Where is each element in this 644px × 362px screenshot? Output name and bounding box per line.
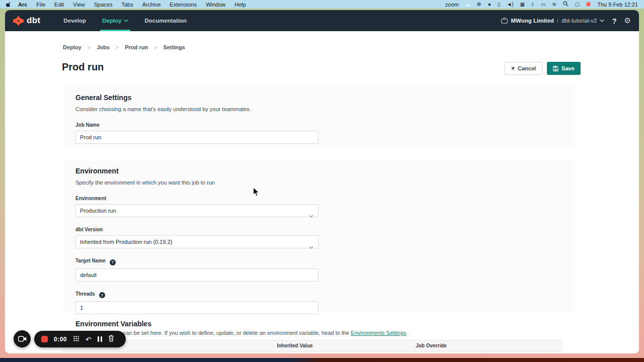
save-floppy-icon xyxy=(553,66,558,71)
browser-window: dbt Develop Deploy Documentation MWong L… xyxy=(5,10,639,353)
chevron-down-icon xyxy=(309,241,313,253)
undo-icon[interactable]: ↶ xyxy=(86,336,92,343)
pause-button[interactable] xyxy=(98,336,102,342)
recorder-toolbar: 0:00 ↶ xyxy=(34,331,126,347)
recording-indicator-icon[interactable] xyxy=(586,2,591,7)
menubar-item-help[interactable]: Help xyxy=(230,2,251,8)
menubar-item-arc[interactable]: Arc xyxy=(14,2,32,8)
threads-label-text: Threads xyxy=(75,291,95,297)
account-switcher[interactable]: MWong Limited / dbt-tutorial-v2 xyxy=(501,18,604,24)
menubar-item-tabs[interactable]: Tabs xyxy=(117,2,137,8)
environment-heading: Environment xyxy=(75,167,562,175)
breadcrumb-separator: > xyxy=(154,44,157,50)
breadcrumb-deploy[interactable]: Deploy xyxy=(63,44,82,50)
env-vars-table-header: Inherited Value Job Override xyxy=(63,340,562,352)
job-name-input[interactable] xyxy=(75,131,318,144)
environment-select-value: Production run xyxy=(80,208,116,214)
menubar-item-file[interactable]: File xyxy=(32,2,50,8)
mouse-cursor xyxy=(253,187,260,199)
close-x-icon: × xyxy=(511,65,515,72)
help-tooltip-icon[interactable]: ? xyxy=(110,259,116,265)
battery-icon[interactable]: ▭ xyxy=(541,0,545,9)
menubar-item-spaces[interactable]: Spaces xyxy=(90,2,117,8)
environment-select[interactable]: Production run xyxy=(75,204,318,217)
page-content: Deploy > Jobs > Prod run > Settings Prod… xyxy=(5,31,639,353)
help-tooltip-icon[interactable]: ? xyxy=(99,292,105,298)
menubar-item-window[interactable]: Window xyxy=(201,2,230,8)
environment-description: Specify the environment in which you wan… xyxy=(75,179,562,186)
dbt-version-select[interactable]: Inherited from Production run (0.19.2) xyxy=(75,235,318,248)
settings-gear-icon[interactable]: ⚙ xyxy=(624,16,631,25)
app-status-icon[interactable]: ▯ xyxy=(498,0,501,9)
cancel-button-label: Cancel xyxy=(518,65,536,71)
cloud-icon[interactable]: ☁ xyxy=(465,0,470,9)
clock-icon[interactable]: ● xyxy=(488,0,491,9)
menubar-item-archive[interactable]: Archive xyxy=(138,2,166,8)
breadcrumb-jobs[interactable]: Jobs xyxy=(97,44,110,50)
chevron-down-icon xyxy=(309,210,313,222)
account-separator: / xyxy=(557,18,558,24)
cancel-button[interactable]: × Cancel xyxy=(505,62,542,75)
env-vars-desc-period: . xyxy=(406,330,408,336)
gear-icon[interactable]: ⚙ xyxy=(477,0,481,9)
recording-timer: 0:00 xyxy=(54,336,67,343)
target-name-label: Target Name ? xyxy=(75,258,562,265)
target-name-label-text: Target Name xyxy=(75,258,106,263)
dbt-logo[interactable]: dbt xyxy=(13,16,40,26)
menubar-item-extensions[interactable]: Extensions xyxy=(165,2,201,8)
page-title: Prod run xyxy=(62,61,104,73)
menubar-clock[interactable]: Thu 9 Feb 12:21 xyxy=(597,2,638,8)
apple-logo-icon[interactable] xyxy=(6,2,12,8)
breadcrumb-separator: > xyxy=(116,44,119,50)
calendar-icon[interactable]: ▦ xyxy=(520,0,525,9)
display-icon[interactable]: ▢ xyxy=(575,0,580,9)
column-header-inherited-value: Inherited Value xyxy=(250,343,340,348)
menubar-item-view[interactable]: View xyxy=(68,2,90,8)
dbt-logo-icon xyxy=(13,16,24,26)
bluetooth-icon[interactable]: ᛒ xyxy=(531,0,534,9)
nav-item-deploy[interactable]: Deploy xyxy=(96,10,134,31)
nav-item-documentation[interactable]: Documentation xyxy=(138,10,193,31)
chevron-down-icon xyxy=(600,19,604,22)
briefcase-icon xyxy=(501,18,508,24)
stop-recording-button[interactable] xyxy=(41,336,48,342)
menubar-item-edit[interactable]: Edit xyxy=(50,2,68,8)
general-settings-card: General Settings Consider choosing a nam… xyxy=(63,85,575,149)
macos-menubar: Arc File Edit View Spaces Tabs Archive E… xyxy=(0,0,644,9)
trash-icon[interactable] xyxy=(108,335,114,344)
general-settings-description: Consider choosing a name that's easily u… xyxy=(75,106,562,112)
threads-input[interactable] xyxy=(75,301,318,314)
column-header-job-override: Job Override xyxy=(386,343,476,348)
nav-item-develop[interactable]: Develop xyxy=(57,10,92,31)
search-icon[interactable] xyxy=(563,1,569,8)
breadcrumb: Deploy > Jobs > Prod run > Settings xyxy=(63,44,185,50)
breadcrumb-prod-run[interactable]: Prod run xyxy=(125,44,148,50)
arc-window-frame: dbt Develop Deploy Documentation MWong L… xyxy=(0,9,644,358)
job-name-label: Job Name xyxy=(75,122,562,128)
chevron-down-icon xyxy=(124,19,128,22)
environments-settings-link[interactable]: Environments Settings xyxy=(351,330,406,336)
save-button-label: Save xyxy=(561,65,575,71)
drag-handle-icon[interactable] xyxy=(73,335,79,344)
account-name: MWong Limited xyxy=(511,18,553,24)
dbt-navbar: dbt Develop Deploy Documentation MWong L… xyxy=(5,10,639,31)
breadcrumb-settings: Settings xyxy=(164,44,185,50)
recorder-camera-button[interactable] xyxy=(14,330,31,347)
video-camera-icon xyxy=(18,336,27,342)
volume-icon[interactable]: ◄) xyxy=(507,0,513,9)
save-button[interactable]: Save xyxy=(547,62,581,75)
dbt-version-label: dbt Version xyxy=(75,227,562,232)
page-actions: × Cancel Save xyxy=(505,62,581,75)
environment-variables-description: Job level overrides can be set here. If … xyxy=(75,330,538,336)
nav-item-deploy-label: Deploy xyxy=(102,18,121,24)
menubar-zoom-label[interactable]: zoom xyxy=(445,2,459,8)
dbt-version-select-value: Inherited from Production run (0.19.2) xyxy=(80,239,172,245)
breadcrumb-separator: > xyxy=(88,44,91,50)
target-name-input[interactable] xyxy=(75,268,318,282)
wifi-icon[interactable]: ≋ xyxy=(552,0,556,9)
environment-select-label: Environment xyxy=(75,196,562,201)
project-name: dbt-tutorial-v2 xyxy=(561,18,597,24)
help-icon[interactable]: ? xyxy=(612,17,616,25)
general-settings-heading: General Settings xyxy=(75,94,562,102)
environment-card: Environment Specify the environment in w… xyxy=(63,161,575,312)
